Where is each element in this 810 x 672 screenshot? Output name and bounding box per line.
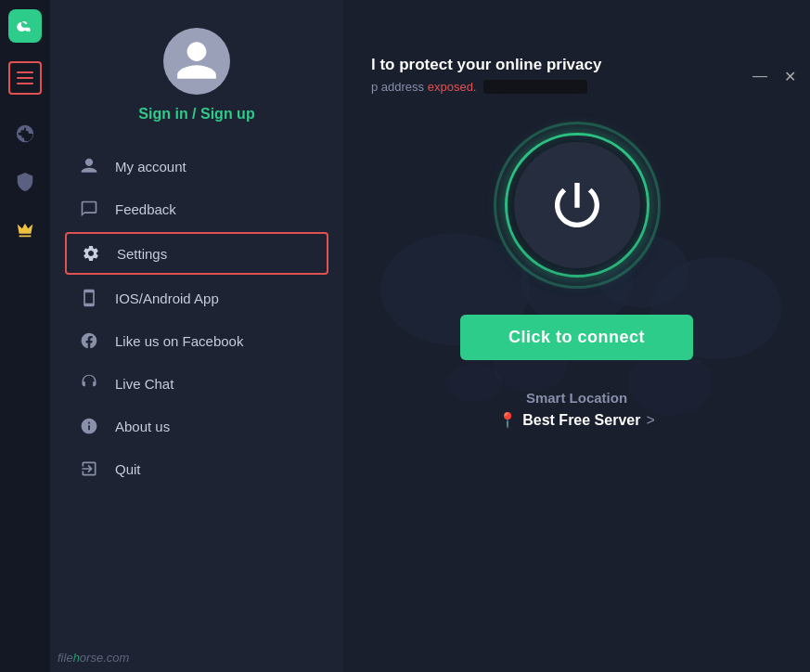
avatar-icon <box>174 38 220 84</box>
headset-icon <box>80 374 98 393</box>
power-button-container <box>494 122 661 289</box>
ip-status-line: p address exposed. 000.000.000 <box>362 80 791 94</box>
settings-icon <box>82 244 100 263</box>
menu-item-about-us-label: About us <box>115 419 170 434</box>
brand-logo <box>8 9 42 43</box>
menu-item-ios-android[interactable]: IOS/Android App <box>50 277 343 319</box>
chevron-right-icon: > <box>646 412 654 429</box>
hamburger-line1 <box>17 71 33 73</box>
crown-icon-btn[interactable] <box>8 213 42 247</box>
key-icon <box>16 17 34 35</box>
ip-address-redacted: 000.000.000 <box>483 80 587 94</box>
menu-toggle-button[interactable] <box>8 61 42 95</box>
privacy-headline: l to protect your online privacy <box>362 56 791 74</box>
svg-point-0 <box>20 26 23 29</box>
facebook-icon <box>80 331 98 350</box>
avatar <box>163 28 230 95</box>
shield-icon-btn[interactable] <box>8 165 42 199</box>
dropdown-menu-panel: Sign in / Sign up My account Feedback Se… <box>50 0 343 672</box>
menu-item-live-chat[interactable]: Live Chat <box>50 362 343 405</box>
connect-button[interactable]: Click to connect <box>460 315 693 360</box>
best-server-text: Best Free Server <box>522 412 640 429</box>
main-inner: — ✕ l to protect your online privacy p a… <box>343 56 810 429</box>
menu-list: My account Feedback Settings IOS/Android… <box>50 145 343 490</box>
mobile-icon <box>80 289 98 307</box>
menu-item-my-account[interactable]: My account <box>50 145 343 187</box>
globe-icon-btn[interactable] <box>8 117 42 150</box>
globe-icon <box>15 123 35 144</box>
minimize-button[interactable]: — <box>747 63 773 89</box>
menu-item-feedback[interactable]: Feedback <box>50 187 343 230</box>
smart-location-label: Smart Location <box>526 390 627 406</box>
menu-item-live-chat-label: Live Chat <box>115 376 174 392</box>
chat-icon <box>80 200 98 218</box>
menu-item-my-account-label: My account <box>115 159 186 174</box>
menu-item-settings-label: Settings <box>117 246 167 262</box>
watermark-suffix: .com <box>103 651 129 665</box>
watermark-text: filehorse <box>58 651 103 665</box>
shield-icon <box>15 172 35 192</box>
exposed-text: exposed. <box>428 80 477 94</box>
menu-item-quit-label: Quit <box>115 461 141 477</box>
quit-icon <box>80 459 98 478</box>
menu-item-feedback-label: Feedback <box>115 201 176 217</box>
sign-in-link[interactable]: Sign in / Sign up <box>138 106 254 123</box>
info-icon <box>80 417 98 435</box>
power-button[interactable] <box>514 142 640 268</box>
hamburger-line2 <box>17 77 33 79</box>
watermark-horse: orse <box>80 651 103 665</box>
best-server-row[interactable]: 📍 Best Free Server > <box>498 411 655 429</box>
menu-item-ios-label: IOS/Android App <box>115 291 219 306</box>
watermark-h: h <box>73 651 80 665</box>
filehorse-watermark: filehorse.com <box>58 651 129 665</box>
location-pin-icon: 📍 <box>498 411 517 429</box>
main-content-area: — ✕ l to protect your online privacy p a… <box>343 0 810 672</box>
menu-item-facebook[interactable]: Like us on Facebook <box>50 319 343 362</box>
menu-item-about-us[interactable]: About us <box>50 405 343 447</box>
crown-icon <box>15 220 35 240</box>
close-button[interactable]: ✕ <box>777 63 803 89</box>
menu-item-facebook-label: Like us on Facebook <box>115 333 243 349</box>
hamburger-line3 <box>17 83 33 84</box>
power-icon <box>547 175 607 235</box>
menu-item-quit[interactable]: Quit <box>50 447 343 490</box>
ip-prefix-text: p address <box>371 80 424 94</box>
icon-sidebar <box>0 0 50 672</box>
menu-item-settings[interactable]: Settings <box>65 232 328 275</box>
person-icon <box>80 157 98 175</box>
